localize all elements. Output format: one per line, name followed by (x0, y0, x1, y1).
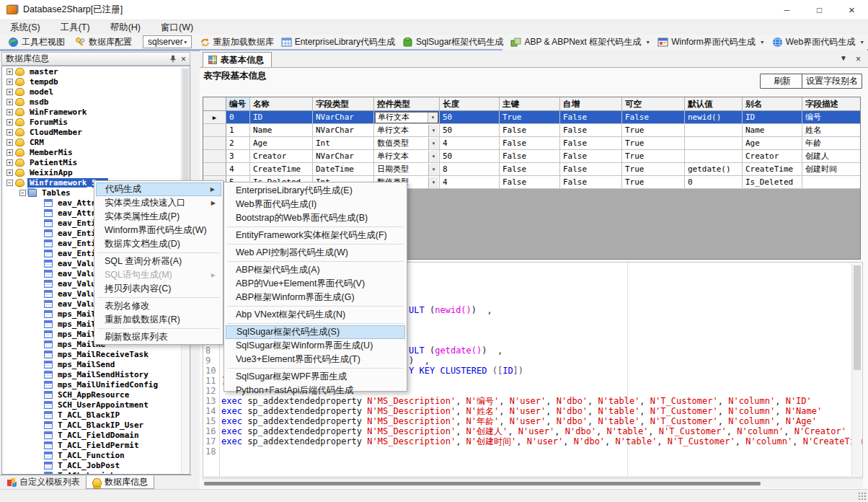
tree-item-table[interactable]: SCH_UserAppointment (2, 400, 190, 410)
tab-table-basic-info[interactable]: 表基本信息 (203, 52, 272, 67)
grid-row-selector[interactable]: ▶ (203, 111, 226, 123)
context-menu-item[interactable]: 代码生成▶ (96, 182, 221, 196)
grid-cell[interactable]: CreateTime (250, 163, 313, 175)
tree-item-table[interactable]: T_ACL_Function (2, 450, 190, 460)
tree-item-table[interactable]: T_ACL_BlackIP (2, 410, 190, 420)
toolbar-winform-button[interactable]: Winform界面代码生成 ▼ (654, 36, 769, 48)
grid-cell[interactable]: True (622, 150, 685, 162)
database-type-combobox[interactable]: sqlserver ▼ (143, 35, 192, 48)
toolbar-web-button[interactable]: Web界面代码生成 ▼ (769, 36, 868, 48)
grid-cell[interactable]: False (500, 176, 560, 188)
tab-dropdown-icon[interactable]: ▼ (840, 54, 847, 64)
grid-cell[interactable]: 50 (440, 111, 500, 123)
grid-cell[interactable]: 0 (226, 111, 250, 123)
grid-cell[interactable]: False (500, 124, 560, 136)
tree-item-table[interactable]: SCH_AppResource (2, 389, 190, 400)
grid-column-header[interactable]: 名称 (250, 97, 313, 110)
tree-item-database[interactable]: +CRM (2, 137, 190, 147)
grid-cell[interactable]: NVarChar (313, 150, 374, 162)
close-button[interactable]: × (836, 0, 868, 20)
submenu-item[interactable]: Python+FastApi后端代码生成 (226, 384, 405, 397)
grid-cell[interactable]: CreateTime (743, 163, 802, 175)
submenu-item[interactable]: EnterpriseLibrary代码生成(E) (226, 184, 405, 198)
toolbar-sqlsugar-button[interactable]: SqlSugar框架代码生成 (399, 36, 507, 48)
chevron-down-icon[interactable]: ▼ (428, 151, 438, 162)
tree-item-table[interactable]: T_ACL_FieldDomain (2, 430, 190, 440)
submenu-item[interactable]: SqlSugar框架WPF界面生成 (226, 370, 405, 384)
tree-item-table[interactable]: T_ACL_FieldPermit (2, 440, 190, 450)
grid-cell[interactable]: 姓名 (802, 124, 861, 136)
context-menu-item[interactable]: 刷新数据库列表 (96, 330, 221, 344)
grid-cell[interactable]: 4 (440, 176, 500, 188)
grid-cell[interactable]: ID (250, 111, 313, 123)
grid-cell[interactable]: 数值类型▼ (374, 137, 440, 149)
collapse-icon[interactable]: − (19, 190, 26, 196)
code-vertical-scrollbar-thumb[interactable] (854, 265, 861, 370)
grid-cell[interactable] (802, 176, 861, 188)
context-menu-item[interactable]: 实体类生成快速入口▶ (96, 196, 221, 210)
tree-item-database[interactable]: +master (2, 66, 190, 76)
toolbar-abp-button[interactable]: ABP & ABPNext 框架代码生成 ▼ (507, 36, 654, 48)
grid-cell[interactable]: True (500, 111, 560, 123)
menubar-item[interactable]: 窗口(W) (161, 22, 193, 34)
grid-row-selector[interactable] (203, 124, 226, 136)
expand-icon[interactable]: + (6, 109, 13, 115)
grid-cell[interactable]: True (622, 176, 685, 188)
code-horizontal-scrollbar[interactable] (203, 478, 863, 488)
expand-icon[interactable]: + (6, 119, 13, 126)
grid-cell[interactable]: DateTime (313, 163, 374, 175)
maximize-button[interactable]: □ (803, 0, 836, 20)
bottom-tab[interactable]: 自定义模板列表 (1, 475, 86, 489)
grid-cell[interactable]: 单行文本▼ (374, 124, 440, 136)
grid-cell[interactable]: 单行文本▼ (374, 150, 440, 162)
grid-column-header[interactable]: 自增 (560, 97, 622, 110)
collapse-icon[interactable]: − (6, 180, 13, 186)
grid-column-header[interactable]: 别名 (743, 97, 802, 110)
submenu-item[interactable]: ABP的Vue+Element界面代码(V) (226, 277, 405, 291)
tree-item-database[interactable]: +msdb (2, 97, 190, 107)
control-type-combobox[interactable]: 单行文本▼ (375, 151, 438, 162)
toolbar-view-button[interactable]: 工具栏视图 (4, 36, 68, 48)
toolbar-reload-button[interactable]: 重新加载数据库 (196, 36, 278, 48)
grid-cell[interactable]: False (622, 111, 685, 123)
grid-column-header[interactable]: 字段描述 (802, 97, 861, 110)
expand-icon[interactable]: + (6, 159, 13, 166)
chevron-down-icon[interactable]: ▼ (428, 164, 438, 175)
expand-icon[interactable]: + (6, 139, 13, 146)
grid-cell[interactable]: 年龄 (802, 137, 861, 149)
context-menu-item[interactable]: 实体类属性生成(P) (96, 210, 221, 224)
grid-cell[interactable]: False (560, 150, 622, 162)
grid-cell[interactable]: 0 (685, 176, 743, 188)
control-type-combobox[interactable]: 单行文本▼ (375, 112, 438, 123)
grid-cell[interactable]: Age (250, 137, 313, 149)
control-type-combobox[interactable]: 单行文本▼ (375, 125, 438, 136)
panel-close-icon[interactable]: × (181, 55, 186, 63)
grid-cell[interactable]: 创建时间 (802, 163, 861, 175)
context-menu-item[interactable]: 拷贝列表内容(C) (96, 282, 221, 296)
tree-item-table[interactable]: mps_MailSendHistory (2, 369, 190, 379)
grid-column-header[interactable]: 默认值 (685, 97, 743, 110)
grid-column-header[interactable]: 可空 (622, 97, 685, 110)
menubar-item[interactable]: 工具(T) (61, 22, 90, 34)
expand-icon[interactable]: + (6, 99, 13, 105)
submenu-item[interactable]: Web界面代码生成(I) (226, 198, 405, 211)
tree-item-database[interactable]: +tempdb (2, 76, 190, 87)
submenu-item[interactable]: ABP框架Winform界面生成(G) (226, 291, 405, 304)
tree-item-database[interactable]: +MemberMis (2, 147, 190, 157)
tree-item-database[interactable]: +WeixinApp (2, 167, 190, 177)
grid-cell[interactable] (685, 124, 743, 136)
grid-cell[interactable]: False (500, 150, 560, 162)
control-type-combobox[interactable]: 日期类型▼ (375, 164, 438, 175)
toolbar-enterpriselibrary-button[interactable]: EnterpriseLibrary代码生成 (278, 36, 399, 48)
context-menu-item[interactable]: 表别名修改 (96, 299, 221, 313)
tab-close-icon[interactable]: × (856, 54, 861, 64)
grid-cell[interactable]: Is_Deleted (743, 176, 802, 188)
toolbar-dbconfig-button[interactable]: 数据库配置 (71, 36, 136, 48)
tree-item-database[interactable]: +WinFramework (2, 107, 190, 117)
grid-cell[interactable]: 50 (440, 124, 500, 136)
grid-cell[interactable]: ID (743, 111, 802, 123)
chevron-down-icon[interactable]: ▼ (428, 125, 438, 136)
grid-cell[interactable]: newid() (685, 111, 743, 123)
grid-cell[interactable]: 编号 (802, 111, 861, 123)
submenu-item[interactable]: Web API控制器代码生成(W) (226, 246, 405, 260)
